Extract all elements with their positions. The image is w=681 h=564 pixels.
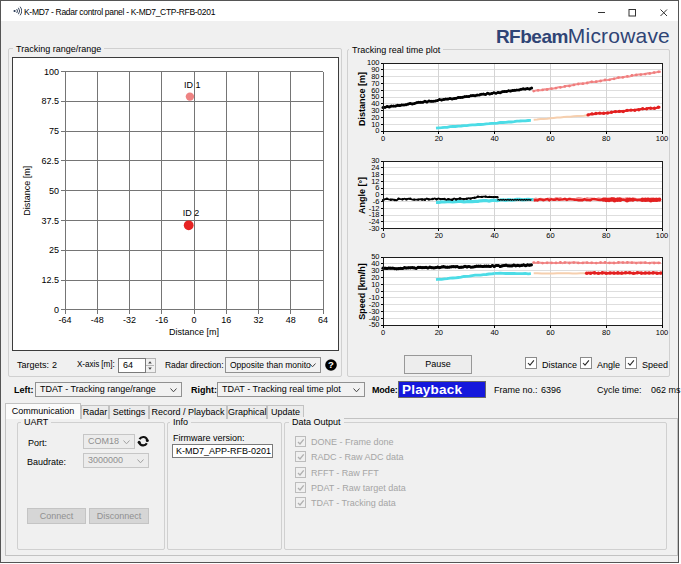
- svg-text:60: 60: [546, 134, 554, 143]
- svg-text:0: 0: [381, 134, 385, 143]
- svg-text:20: 20: [435, 328, 443, 337]
- svg-text:80: 80: [602, 328, 610, 337]
- svg-text:40: 40: [490, 134, 498, 143]
- svg-text:0: 0: [375, 126, 379, 135]
- svg-text:-50: -50: [369, 320, 380, 329]
- svg-text:60: 60: [546, 231, 554, 240]
- svg-text:60: 60: [546, 328, 554, 337]
- svg-text:0: 0: [381, 328, 385, 337]
- svg-text:20: 20: [435, 231, 443, 240]
- svg-text:-30: -30: [369, 224, 380, 233]
- svg-text:0: 0: [381, 231, 385, 240]
- svg-text:100: 100: [656, 231, 669, 240]
- svg-text:Angle [°]: Angle [°]: [357, 177, 367, 214]
- svg-text:Distance [m]: Distance [m]: [357, 72, 367, 126]
- svg-text:40: 40: [490, 231, 498, 240]
- svg-text:80: 80: [602, 231, 610, 240]
- svg-text:Speed [km/h]: Speed [km/h]: [357, 263, 367, 320]
- svg-text:40: 40: [490, 328, 498, 337]
- svg-text:20: 20: [435, 134, 443, 143]
- svg-text:100: 100: [656, 134, 669, 143]
- svg-text:80: 80: [602, 134, 610, 143]
- svg-text:100: 100: [656, 328, 669, 337]
